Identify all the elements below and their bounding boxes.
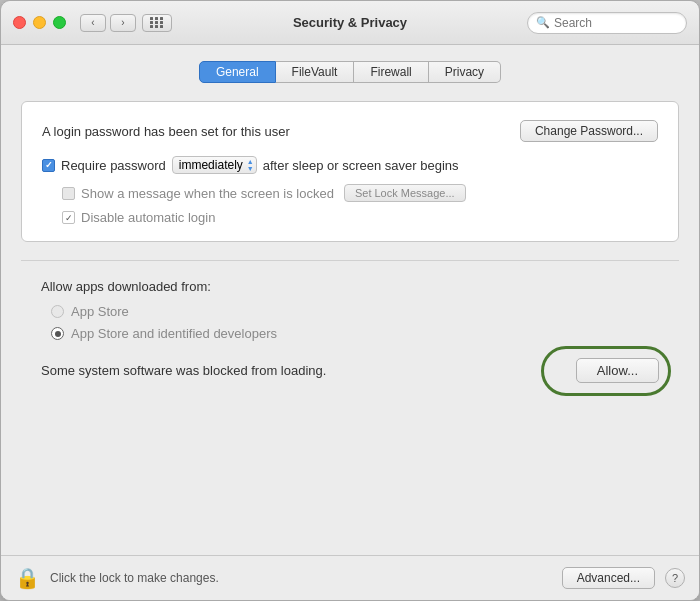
titlebar: ‹ › Security & Privacy 🔍 [1, 1, 699, 45]
tab-firewall[interactable]: Firewall [354, 61, 428, 83]
search-input[interactable] [554, 16, 678, 30]
lock-text: Click the lock to make changes. [50, 571, 552, 585]
tabs: General FileVault Firewall Privacy [21, 61, 679, 83]
blocked-row: Some system software was blocked from lo… [21, 348, 679, 393]
disable-autologin-checkbox[interactable] [62, 211, 75, 224]
blocked-text: Some system software was blocked from lo… [41, 363, 326, 378]
grid-icon [150, 17, 164, 28]
app-store-identified-label: App Store and identified developers [71, 326, 277, 341]
traffic-lights [13, 16, 66, 29]
immediately-dropdown[interactable]: immediately ▲ ▼ [172, 156, 257, 174]
forward-button[interactable]: › [110, 14, 136, 32]
maximize-button[interactable] [53, 16, 66, 29]
app-store-label: App Store [71, 304, 129, 319]
advanced-button[interactable]: Advanced... [562, 567, 655, 589]
after-sleep-label: after sleep or screen saver begins [263, 158, 459, 173]
allow-apps-label: Allow apps downloaded from: [41, 279, 659, 294]
set-lock-message-button[interactable]: Set Lock Message... [344, 184, 466, 202]
window-title: Security & Privacy [293, 15, 407, 30]
login-text: A login password has been set for this u… [42, 124, 290, 139]
allow-apps-section: Allow apps downloaded from: App Store Ap… [21, 279, 679, 348]
search-icon: 🔍 [536, 16, 550, 29]
change-password-button[interactable]: Change Password... [520, 120, 658, 142]
close-button[interactable] [13, 16, 26, 29]
nav-buttons: ‹ › [80, 14, 136, 32]
app-store-identified-radio[interactable] [51, 327, 64, 340]
tab-privacy[interactable]: Privacy [429, 61, 501, 83]
content: General FileVault Firewall Privacy A log… [1, 45, 699, 555]
back-button[interactable]: ‹ [80, 14, 106, 32]
login-row: A login password has been set for this u… [42, 120, 658, 142]
immediately-value: immediately [179, 158, 243, 172]
show-message-checkbox[interactable] [62, 187, 75, 200]
bottom-bar: 🔒 Click the lock to make changes. Advanc… [1, 555, 699, 600]
lock-icon[interactable]: 🔒 [15, 566, 40, 590]
divider [21, 260, 679, 261]
app-store-identified-radio-row: App Store and identified developers [51, 326, 659, 341]
show-message-label: Show a message when the screen is locked [81, 186, 334, 201]
minimize-button[interactable] [33, 16, 46, 29]
require-password-checkbox[interactable] [42, 159, 55, 172]
require-password-row: Require password immediately ▲ ▼ after s… [42, 156, 658, 174]
dropdown-arrows-icon: ▲ ▼ [247, 158, 254, 172]
app-store-radio-row: App Store [51, 304, 659, 319]
allow-button[interactable]: Allow... [576, 358, 659, 383]
show-message-row: Show a message when the screen is locked… [62, 184, 658, 202]
app-store-radio[interactable] [51, 305, 64, 318]
search-box[interactable]: 🔍 [527, 12, 687, 34]
tab-general[interactable]: General [199, 61, 276, 83]
disable-autologin-row: Disable automatic login [62, 210, 658, 225]
settings-panel: A login password has been set for this u… [21, 101, 679, 242]
tab-filevault[interactable]: FileVault [276, 61, 355, 83]
grid-button[interactable] [142, 14, 172, 32]
disable-autologin-label: Disable automatic login [81, 210, 215, 225]
window: ‹ › Security & Privacy 🔍 General FileVau… [0, 0, 700, 601]
help-button[interactable]: ? [665, 568, 685, 588]
require-password-label: Require password [61, 158, 166, 173]
